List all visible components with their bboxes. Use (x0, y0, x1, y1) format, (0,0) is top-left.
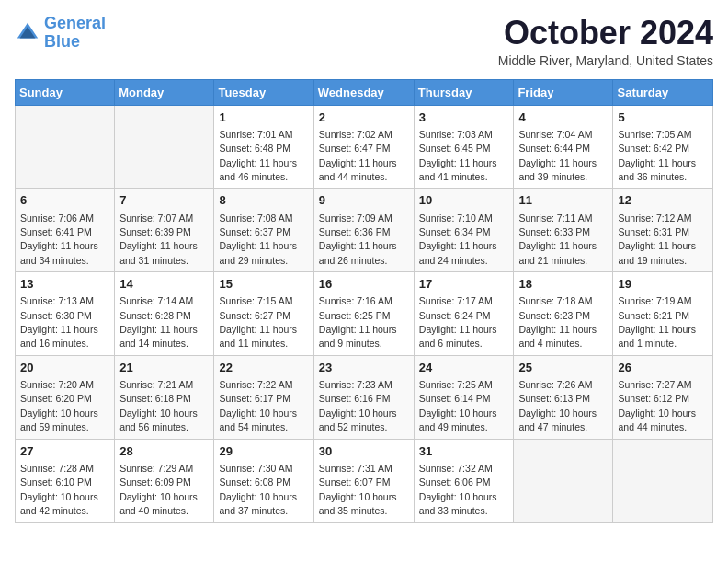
day-number: 3 (419, 109, 509, 126)
day-info: Sunrise: 7:30 AMSunset: 6:08 PMDaylight:… (219, 463, 297, 516)
day-info: Sunrise: 7:04 AMSunset: 6:44 PMDaylight:… (518, 129, 597, 182)
weekday-header: Saturday (613, 79, 713, 105)
day-number: 17 (419, 276, 509, 293)
day-info: Sunrise: 7:07 AMSunset: 6:39 PMDaylight:… (119, 213, 198, 266)
day-info: Sunrise: 7:27 AMSunset: 6:12 PMDaylight:… (618, 379, 696, 432)
calendar-week-row: 13Sunrise: 7:13 AMSunset: 6:30 PMDayligh… (16, 272, 713, 356)
day-number: 2 (319, 109, 409, 126)
day-number: 28 (119, 443, 209, 460)
weekday-header: Tuesday (214, 79, 313, 105)
day-info: Sunrise: 7:20 AMSunset: 6:20 PMDaylight:… (20, 379, 98, 432)
day-info: Sunrise: 7:02 AMSunset: 6:47 PMDaylight:… (319, 129, 397, 182)
title-block: October 2024 Middle River, Maryland, Uni… (498, 15, 713, 68)
day-number: 24 (419, 360, 509, 376)
calendar-cell: 23Sunrise: 7:23 AMSunset: 6:16 PMDayligh… (313, 355, 414, 439)
day-number: 4 (518, 109, 608, 126)
day-info: Sunrise: 7:19 AMSunset: 6:21 PMDaylight:… (618, 295, 696, 349)
calendar-cell: 3Sunrise: 7:03 AMSunset: 6:45 PMDaylight… (414, 105, 514, 189)
day-number: 7 (119, 192, 209, 209)
day-info: Sunrise: 7:26 AMSunset: 6:13 PMDaylight:… (518, 379, 597, 432)
calendar-cell: 7Sunrise: 7:07 AMSunset: 6:39 PMDaylight… (115, 189, 214, 272)
calendar-cell: 27Sunrise: 7:28 AMSunset: 6:10 PMDayligh… (16, 439, 115, 523)
day-number: 14 (119, 276, 209, 293)
day-number: 25 (518, 360, 608, 376)
day-info: Sunrise: 7:03 AMSunset: 6:45 PMDaylight:… (419, 129, 497, 182)
calendar-week-row: 6Sunrise: 7:06 AMSunset: 6:41 PMDaylight… (16, 189, 713, 272)
calendar-cell: 19Sunrise: 7:19 AMSunset: 6:21 PMDayligh… (613, 272, 713, 356)
day-number: 27 (20, 443, 109, 460)
day-number: 31 (419, 443, 509, 460)
day-info: Sunrise: 7:01 AMSunset: 6:48 PMDaylight:… (219, 129, 297, 182)
calendar-week-row: 27Sunrise: 7:28 AMSunset: 6:10 PMDayligh… (16, 439, 713, 523)
calendar-cell (16, 105, 115, 189)
day-info: Sunrise: 7:21 AMSunset: 6:18 PMDaylight:… (119, 379, 198, 432)
weekday-header: Friday (514, 79, 613, 105)
day-number: 16 (319, 276, 409, 293)
day-info: Sunrise: 7:32 AMSunset: 6:06 PMDaylight:… (419, 463, 497, 516)
day-info: Sunrise: 7:05 AMSunset: 6:42 PMDaylight:… (618, 129, 696, 182)
day-info: Sunrise: 7:10 AMSunset: 6:34 PMDaylight:… (419, 213, 497, 266)
calendar-cell: 22Sunrise: 7:22 AMSunset: 6:17 PMDayligh… (214, 355, 313, 439)
calendar-cell (514, 439, 613, 523)
day-number: 26 (618, 360, 708, 376)
calendar-cell: 12Sunrise: 7:12 AMSunset: 6:31 PMDayligh… (613, 189, 713, 272)
day-number: 15 (219, 276, 308, 293)
calendar-cell: 17Sunrise: 7:17 AMSunset: 6:24 PMDayligh… (414, 272, 514, 356)
calendar-cell: 8Sunrise: 7:08 AMSunset: 6:37 PMDaylight… (214, 189, 313, 272)
calendar-body: 1Sunrise: 7:01 AMSunset: 6:48 PMDaylight… (16, 105, 713, 523)
calendar-cell (613, 439, 713, 523)
day-info: Sunrise: 7:29 AMSunset: 6:09 PMDaylight:… (119, 463, 198, 516)
logo-icon (15, 20, 40, 46)
logo-name: General Blue (44, 15, 106, 52)
calendar-header-row: SundayMondayTuesdayWednesdayThursdayFrid… (16, 79, 713, 105)
day-info: Sunrise: 7:09 AMSunset: 6:36 PMDaylight:… (319, 213, 397, 266)
calendar-cell: 25Sunrise: 7:26 AMSunset: 6:13 PMDayligh… (514, 355, 613, 439)
day-number: 10 (419, 192, 509, 209)
day-number: 19 (618, 276, 708, 293)
calendar-week-row: 1Sunrise: 7:01 AMSunset: 6:48 PMDaylight… (16, 105, 713, 189)
day-number: 29 (219, 443, 308, 460)
weekday-header: Thursday (414, 79, 514, 105)
calendar-cell: 10Sunrise: 7:10 AMSunset: 6:34 PMDayligh… (414, 189, 514, 272)
day-info: Sunrise: 7:14 AMSunset: 6:28 PMDaylight:… (119, 295, 198, 349)
calendar-cell: 9Sunrise: 7:09 AMSunset: 6:36 PMDaylight… (313, 189, 414, 272)
day-info: Sunrise: 7:12 AMSunset: 6:31 PMDaylight:… (618, 213, 696, 266)
day-info: Sunrise: 7:06 AMSunset: 6:41 PMDaylight:… (20, 213, 98, 266)
day-number: 8 (219, 192, 308, 209)
calendar-cell: 31Sunrise: 7:32 AMSunset: 6:06 PMDayligh… (414, 439, 514, 523)
calendar-cell: 1Sunrise: 7:01 AMSunset: 6:48 PMDaylight… (214, 105, 313, 189)
day-info: Sunrise: 7:13 AMSunset: 6:30 PMDaylight:… (20, 295, 98, 349)
day-number: 23 (319, 360, 409, 376)
day-number: 12 (618, 192, 708, 209)
calendar-cell: 11Sunrise: 7:11 AMSunset: 6:33 PMDayligh… (514, 189, 613, 272)
calendar-cell: 30Sunrise: 7:31 AMSunset: 6:07 PMDayligh… (313, 439, 414, 523)
day-number: 9 (319, 192, 409, 209)
day-info: Sunrise: 7:25 AMSunset: 6:14 PMDaylight:… (419, 379, 497, 432)
day-number: 11 (518, 192, 608, 209)
calendar-cell: 2Sunrise: 7:02 AMSunset: 6:47 PMDaylight… (313, 105, 414, 189)
weekday-header: Monday (115, 79, 214, 105)
day-number: 13 (20, 276, 109, 293)
day-number: 22 (219, 360, 308, 376)
logo: General Blue (15, 15, 106, 52)
calendar-cell: 15Sunrise: 7:15 AMSunset: 6:27 PMDayligh… (214, 272, 313, 356)
day-number: 18 (518, 276, 608, 293)
day-info: Sunrise: 7:17 AMSunset: 6:24 PMDaylight:… (419, 295, 497, 349)
calendar-cell: 26Sunrise: 7:27 AMSunset: 6:12 PMDayligh… (613, 355, 713, 439)
calendar-cell (115, 105, 214, 189)
calendar-cell: 24Sunrise: 7:25 AMSunset: 6:14 PMDayligh… (414, 355, 514, 439)
calendar-cell: 5Sunrise: 7:05 AMSunset: 6:42 PMDaylight… (613, 105, 713, 189)
month-title: October 2024 (498, 15, 713, 52)
day-info: Sunrise: 7:08 AMSunset: 6:37 PMDaylight:… (219, 213, 297, 266)
day-info: Sunrise: 7:16 AMSunset: 6:25 PMDaylight:… (319, 295, 397, 349)
weekday-header: Wednesday (313, 79, 414, 105)
day-number: 30 (319, 443, 409, 460)
calendar-cell: 4Sunrise: 7:04 AMSunset: 6:44 PMDaylight… (514, 105, 613, 189)
calendar-cell: 28Sunrise: 7:29 AMSunset: 6:09 PMDayligh… (115, 439, 214, 523)
day-info: Sunrise: 7:11 AMSunset: 6:33 PMDaylight:… (518, 213, 597, 266)
calendar-cell: 14Sunrise: 7:14 AMSunset: 6:28 PMDayligh… (115, 272, 214, 356)
calendar-week-row: 20Sunrise: 7:20 AMSunset: 6:20 PMDayligh… (16, 355, 713, 439)
weekday-header: Sunday (16, 79, 115, 105)
day-number: 20 (20, 360, 109, 376)
day-info: Sunrise: 7:18 AMSunset: 6:23 PMDaylight:… (518, 295, 597, 349)
